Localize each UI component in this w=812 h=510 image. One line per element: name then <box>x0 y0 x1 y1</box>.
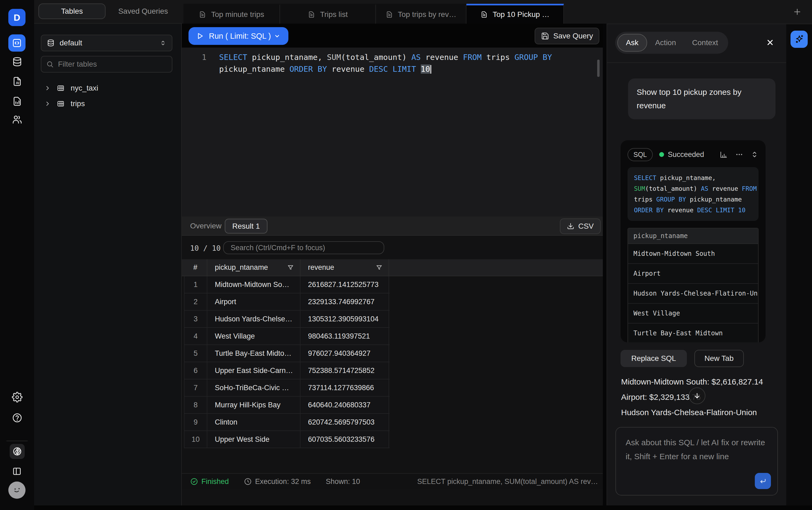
results-search-input[interactable] <box>230 244 377 252</box>
table-row[interactable]: 7SoHo-TriBeCa-Civic …737114.1277639866 <box>184 379 390 397</box>
filter-icon[interactable] <box>375 264 383 271</box>
replace-sql-label: Replace SQL <box>631 354 676 363</box>
tree-item-nyc-taxi[interactable]: nyc_taxi <box>44 81 173 96</box>
database-selector[interactable]: default <box>41 35 172 51</box>
run-query-button[interactable]: Run ( Limit: SQL ) <box>188 27 289 45</box>
tab-context[interactable]: Context <box>684 38 726 47</box>
sidebar-item-databases[interactable] <box>12 56 23 67</box>
table-cell-n: 9 <box>184 414 207 430</box>
user-message-text: Show top 10 pickup zones by revenue <box>637 88 741 110</box>
document-tab-1[interactable]: Top minute trips <box>183 4 280 24</box>
document-chart-icon <box>12 96 23 107</box>
table-row[interactable]: 9Clinton620742.5695797503 <box>184 414 390 431</box>
user-avatar[interactable] <box>8 482 26 499</box>
mini-table-row: West Village <box>628 304 758 323</box>
sidebar-item-ai-docs[interactable]: AI <box>12 76 23 87</box>
ai-assistant-toggle-button[interactable] <box>790 31 808 48</box>
workspace-logo[interactable]: D <box>8 9 26 26</box>
help-button[interactable] <box>12 413 23 423</box>
ai-prompt-input[interactable] <box>616 427 777 495</box>
document-tab-bar: Top minute tripsTrips listTop trips by r… <box>183 4 564 24</box>
table-row[interactable]: 4West Village980463.119397521 <box>184 328 390 345</box>
chevron-down-icon[interactable] <box>273 32 281 40</box>
document-tab-4[interactable]: Top 10 Pickup … <box>467 4 564 24</box>
document-icon <box>386 10 393 19</box>
success-dot <box>659 152 664 157</box>
tree-item-label: trips <box>71 100 85 108</box>
chevron-right-icon[interactable] <box>44 101 51 107</box>
settings-button[interactable] <box>12 392 23 402</box>
sql-code-block[interactable]: SELECT pickup_ntaname,SUM(total_amount) … <box>628 167 758 221</box>
send-button[interactable] <box>755 473 771 489</box>
close-panel-button[interactable] <box>766 38 774 47</box>
sidebar-item-sql-editor[interactable] <box>8 34 26 52</box>
document-tab-label: Trips list <box>320 10 348 19</box>
results-table-body: 1Midtown-Midtown So…2616827.14125257732A… <box>184 276 390 448</box>
search-icon <box>46 60 54 68</box>
table-cell-name: Airport <box>207 293 300 310</box>
sidebar-item-users[interactable] <box>12 114 23 125</box>
table-row[interactable]: 3Hudson Yards-Chelse…1305312.3905993104 <box>184 311 390 328</box>
chart-icon[interactable] <box>719 150 728 159</box>
sql-editor[interactable]: 1 SELECT pickup_ntaname, SUM(total_amoun… <box>182 48 603 217</box>
theme-toggle-button[interactable] <box>10 444 25 459</box>
new-tab-button[interactable]: New Tab <box>694 350 744 367</box>
save-icon <box>541 32 549 40</box>
more-options-icon[interactable] <box>735 150 744 159</box>
editor-scrollbar-thumb[interactable] <box>597 60 600 77</box>
sql-result-card: SQL Succeeded SELECT pickup_ntaname,SUM(… <box>621 140 765 342</box>
check-circle-icon <box>190 478 198 486</box>
mini-table-body: Midtown-Midtown SouthAirportHudson Yards… <box>628 244 758 342</box>
tab-result-1[interactable]: Result 1 <box>225 219 267 233</box>
table-row[interactable]: 2Airport2329133.746992767 <box>184 293 390 311</box>
results-table-header: # pickup_ntaname revenue <box>182 259 603 276</box>
new-query-tab-button[interactable] <box>791 6 803 18</box>
toggle-sidebar-button[interactable] <box>12 466 22 476</box>
table-row[interactable]: 1Midtown-Midtown So…2616827.1412525773 <box>184 276 390 293</box>
document-tab-3[interactable]: Top trips by rev… <box>376 4 467 24</box>
column-header-revenue[interactable]: revenue <box>300 259 389 276</box>
document-tab-2[interactable]: Trips list <box>280 4 376 24</box>
table-row[interactable]: 8Murray Hill-Kips Bay640640.240680337 <box>184 397 390 414</box>
table-row[interactable]: 10Upper West Side607035.5603233576 <box>184 431 390 448</box>
action-label: Action <box>655 38 676 47</box>
expand-icon[interactable] <box>751 150 758 159</box>
sidebar-item-reports[interactable] <box>12 96 23 107</box>
result-1-label: Result 1 <box>232 222 260 231</box>
results-panel: Overview Result 1 CSV 10 / 10 # pickup_n… <box>182 217 603 489</box>
ai-mode-segmented-control: Ask Action Context <box>615 32 728 54</box>
table-cell-rev: 976027.940364927 <box>300 345 389 362</box>
tab-saved-queries[interactable]: Saved Queries <box>111 3 175 19</box>
window-bottom-edge <box>34 505 812 510</box>
tree-item-trips[interactable]: trips <box>44 96 173 111</box>
mini-table-row: Midtown-Midtown South <box>628 244 758 264</box>
tab-overview[interactable]: Overview <box>190 217 221 235</box>
save-query-button[interactable]: Save Query <box>535 28 599 44</box>
csv-label: CSV <box>578 222 594 231</box>
download-csv-button[interactable]: CSV <box>560 219 601 234</box>
right-edge-strip <box>786 24 812 505</box>
tab-ask[interactable]: Ask <box>617 34 647 52</box>
filter-tables-input[interactable] <box>57 60 160 69</box>
table-row[interactable]: 6Upper East Side-Carn…752388.5714725852 <box>184 362 390 379</box>
save-button-label: Save Query <box>553 32 593 40</box>
download-icon <box>567 223 574 230</box>
tab-action[interactable]: Action <box>647 38 684 47</box>
table-cell-name: Midtown-Midtown So… <box>207 276 300 293</box>
chevron-right-icon[interactable] <box>44 85 51 91</box>
mini-table-row: Hudson Yards-Chelsea-Flatiron-Union <box>628 284 758 304</box>
replace-sql-button[interactable]: Replace SQL <box>621 350 687 367</box>
results-search-wrap <box>223 241 384 254</box>
table-cell-rev: 752388.5714725852 <box>300 362 389 379</box>
ai-input-box <box>615 427 778 495</box>
table-cell-rev: 1305312.3905993104 <box>300 311 389 327</box>
status-execution: Execution: 32 ms <box>244 478 311 486</box>
column-header-pickup-ntaname[interactable]: pickup_ntaname <box>207 259 300 276</box>
filter-icon[interactable] <box>287 264 294 271</box>
tab-tables[interactable]: Tables <box>38 3 106 19</box>
document-icon <box>480 10 488 19</box>
column-header-index[interactable]: # <box>184 259 207 276</box>
scroll-to-bottom-button[interactable] <box>689 388 705 404</box>
table-row[interactable]: 5Turtle Bay-East Midto…976027.940364927 <box>184 345 390 362</box>
status-finished: Finished <box>190 478 229 486</box>
